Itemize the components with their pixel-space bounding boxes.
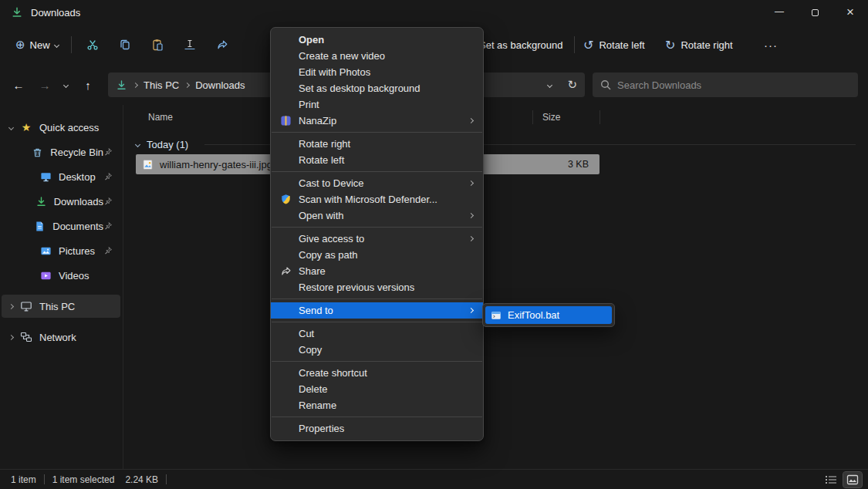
column-header-size[interactable]: Size: [542, 112, 560, 123]
set-as-background-label: Set as background: [479, 39, 562, 51]
sidebar-item-recycle-bin[interactable]: Recycle Bin: [2, 140, 120, 164]
more-options-button[interactable]: ···: [756, 32, 785, 58]
maximize-icon: [812, 9, 819, 16]
copy-icon: [119, 39, 131, 51]
rotate-right-icon: ↻: [665, 38, 675, 52]
menu-item-restore-previous-versions[interactable]: Restore previous versions: [271, 279, 483, 295]
menu-item-properties[interactable]: Properties: [271, 420, 483, 437]
scissors-icon: [86, 39, 99, 51]
menu-item-edit-with-photos[interactable]: Edit with Photos: [271, 64, 483, 80]
menu-item-cut[interactable]: Cut: [271, 325, 483, 342]
sidebar-item-documents[interactable]: Documents: [2, 214, 120, 238]
menu-item-scan-with-microsoft-defender[interactable]: Scan with Microsoft Defender...: [271, 191, 483, 207]
status-divider: [44, 474, 45, 484]
submenu-arrow-icon: [468, 213, 474, 218]
defender-shield-icon: [280, 194, 292, 205]
menu-item-cast-to-device[interactable]: Cast to Device: [271, 175, 483, 191]
thumbnails-view-icon: [846, 474, 859, 485]
downloads-icon: [35, 196, 47, 207]
menu-item-send-to[interactable]: Send to: [271, 302, 483, 319]
menu-item-set-as-desktop-background[interactable]: Set as desktop background: [271, 80, 483, 96]
recent-locations-button[interactable]: [57, 73, 74, 97]
menu-item-rotate-left[interactable]: Rotate left: [271, 152, 483, 168]
share-icon: [216, 39, 228, 51]
pin-icon: [103, 147, 113, 157]
new-button[interactable]: ⊕ New: [8, 32, 66, 58]
up-button[interactable]: ↑: [76, 73, 100, 97]
navigation-pane: ★ Quick access Recycle Bin Desktop Downl…: [0, 105, 123, 469]
chevron-right-icon: [184, 82, 190, 87]
column-divider[interactable]: [599, 110, 600, 124]
chevron-right-icon[interactable]: [8, 334, 13, 339]
thumbnails-view-button[interactable]: [843, 472, 862, 487]
chevron-down-icon[interactable]: [8, 124, 13, 130]
sidebar-item-this-pc[interactable]: This PC: [2, 295, 120, 318]
paste-icon: [151, 39, 164, 51]
chevron-right-icon[interactable]: [8, 303, 13, 309]
file-list-pane: Name Size Today (1) william-henry-gates-…: [123, 105, 868, 469]
maximize-button[interactable]: [797, 0, 833, 25]
chevron-right-icon: [133, 82, 138, 87]
menu-item-open[interactable]: Open: [271, 32, 483, 48]
menu-separator: [272, 227, 482, 228]
close-button[interactable]: ×: [833, 0, 868, 25]
submenu-item-exiftool-bat[interactable]: ExifTool.bat: [485, 306, 612, 324]
sidebar-item-pictures[interactable]: Pictures: [2, 239, 120, 262]
sidebar-item-desktop[interactable]: Desktop: [2, 165, 120, 188]
menu-separator: [272, 298, 482, 299]
menu-item-create-a-new-video[interactable]: Create a new video: [271, 48, 483, 64]
menu-item-share[interactable]: Share: [271, 263, 483, 279]
group-header-today[interactable]: Today (1): [136, 134, 856, 154]
cut-button[interactable]: [76, 32, 109, 58]
chevron-down-icon: [54, 42, 59, 47]
menu-item-copy[interactable]: Copy: [271, 342, 483, 358]
menu-item-rename[interactable]: Rename: [271, 397, 483, 413]
share-button[interactable]: [206, 32, 238, 58]
breadcrumb-downloads[interactable]: Downloads: [195, 79, 245, 91]
refresh-button[interactable]: ↻: [567, 78, 577, 92]
breadcrumb-this-pc[interactable]: This PC: [144, 79, 179, 91]
menu-item-rotate-right[interactable]: Rotate right: [271, 136, 483, 152]
sidebar-item-videos[interactable]: Videos: [2, 264, 120, 287]
chevron-down-icon[interactable]: [135, 141, 140, 147]
sidebar-item-quick-access[interactable]: ★ Quick access: [2, 116, 120, 139]
menu-item-copy-as-path[interactable]: Copy as path: [271, 247, 483, 263]
new-plus-icon: ⊕: [15, 38, 25, 52]
column-divider[interactable]: [532, 110, 533, 124]
sidebar-item-downloads[interactable]: Downloads: [2, 190, 120, 213]
search-input[interactable]: [617, 79, 850, 91]
menu-item-print[interactable]: Print: [271, 96, 483, 113]
menu-item-create-shortcut[interactable]: Create shortcut: [271, 365, 483, 381]
rename-button[interactable]: [174, 32, 206, 58]
status-divider: [166, 474, 167, 484]
up-icon: ↑: [85, 79, 91, 92]
sidebar-item-label: Downloads: [54, 196, 103, 207]
menu-separator: [272, 361, 482, 362]
back-button[interactable]: ←: [6, 73, 31, 97]
rotate-left-button[interactable]: ↺ Rotate left: [577, 32, 651, 58]
rename-icon: [184, 39, 196, 51]
minimize-button[interactable]: —: [762, 0, 797, 25]
menu-item-give-access-to[interactable]: Give access to: [271, 231, 483, 247]
details-view-button[interactable]: [822, 472, 840, 487]
group-header-label: Today (1): [147, 139, 188, 150]
share-icon: [280, 265, 292, 277]
status-bar: 1 item 1 item selected 2.24 KB: [0, 469, 868, 489]
menu-item-open-with[interactable]: Open with: [271, 207, 483, 224]
window-title: Downloads: [31, 7, 80, 19]
menu-item-delete[interactable]: Delete: [271, 381, 483, 397]
paste-button[interactable]: [141, 32, 174, 58]
submenu-arrow-icon: [468, 236, 474, 241]
search-box[interactable]: [593, 73, 858, 97]
rotate-right-button[interactable]: ↻ Rotate right: [659, 32, 739, 58]
forward-button[interactable]: →: [32, 73, 57, 97]
column-header-name[interactable]: Name: [148, 112, 173, 123]
menu-item-nanazip[interactable]: NanaZip: [271, 113, 483, 129]
sidebar-item-network[interactable]: Network: [2, 325, 120, 349]
menu-separator: [272, 322, 482, 322]
downloads-folder-icon: [11, 6, 23, 19]
jpg-file-icon: [142, 159, 154, 170]
address-dropdown-chevron[interactable]: [547, 82, 552, 87]
copy-button[interactable]: [109, 32, 141, 58]
submenu-item-label: ExifTool.bat: [508, 309, 559, 321]
